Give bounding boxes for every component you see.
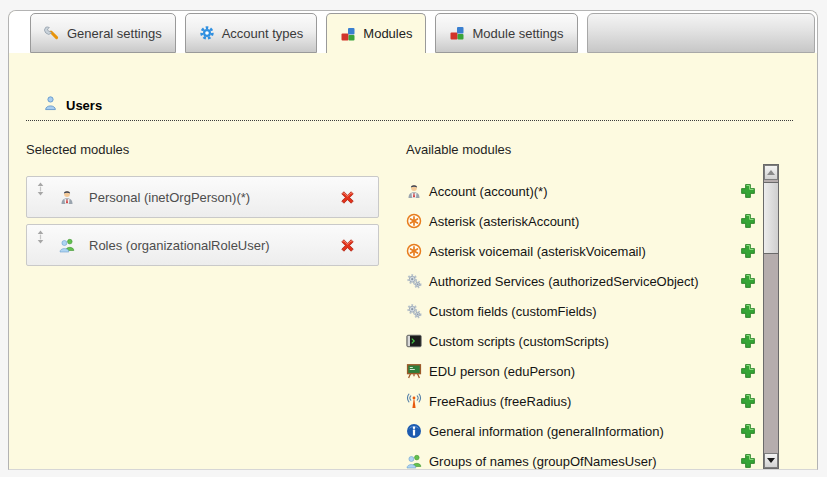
person-icon xyxy=(406,183,422,199)
wrench-icon xyxy=(44,25,60,41)
group-icon xyxy=(59,237,75,253)
drag-handle-icon[interactable] xyxy=(36,182,46,196)
scroll-down-button[interactable] xyxy=(764,453,778,468)
info-icon xyxy=(406,423,422,439)
available-modules-list: Account (account)(*)Asterisk (asteriskAc… xyxy=(406,176,756,476)
available-module-label: Asterisk voicemail (asteriskVoicemail) xyxy=(429,244,646,259)
available-module-row: Asterisk (asteriskAccount) xyxy=(406,206,756,236)
antenna-icon xyxy=(406,393,422,409)
users-section-header: Users xyxy=(26,95,793,121)
available-module-row: Authorized Services (authorizedServiceOb… xyxy=(406,266,756,296)
selected-modules-list: Personal (inetOrgPerson)(*)Roles (organi… xyxy=(26,176,379,266)
user-icon xyxy=(43,95,58,115)
selected-modules-column: Selected modules Personal (inetOrgPerson… xyxy=(26,142,379,476)
tab-label: Modules xyxy=(363,26,412,41)
tab-account-types[interactable]: Account types xyxy=(185,13,318,53)
tab-general-settings[interactable]: General settings xyxy=(30,13,176,53)
gears-icon xyxy=(406,273,422,289)
add-module-button[interactable] xyxy=(740,363,756,379)
available-module-label: General information (generalInformation) xyxy=(429,424,664,439)
tab-label: Account types xyxy=(222,26,304,41)
blocks-icon xyxy=(340,26,356,42)
available-module-row: Account (account)(*) xyxy=(406,176,756,206)
group-icon xyxy=(406,453,422,469)
available-module-label: FreeRadius (freeRadius) xyxy=(429,394,571,409)
section-title: Users xyxy=(66,98,102,113)
chalkboard-icon xyxy=(406,363,422,379)
add-module-button[interactable] xyxy=(740,183,756,199)
tab-bar-filler xyxy=(587,13,815,53)
available-module-row: Groups of names (groupOfNamesUser) xyxy=(406,446,756,476)
available-module-row: Custom scripts (customScripts) xyxy=(406,326,756,356)
available-module-label: EDU person (eduPerson) xyxy=(429,364,575,379)
available-modules-label: Available modules xyxy=(406,142,756,157)
selected-modules-label: Selected modules xyxy=(26,142,379,157)
blocks-icon xyxy=(449,25,465,41)
available-module-row: Asterisk voicemail (asteriskVoicemail) xyxy=(406,236,756,266)
available-module-label: Custom fields (customFields) xyxy=(429,304,597,319)
person-icon xyxy=(59,189,75,205)
add-module-button[interactable] xyxy=(740,333,756,349)
tab-label: General settings xyxy=(67,26,162,41)
modules-tab-content: Users Selected modules Personal (inetOrg… xyxy=(9,63,817,469)
asterisk-icon xyxy=(406,243,422,259)
available-module-label: Account (account)(*) xyxy=(429,184,548,199)
remove-module-button[interactable] xyxy=(339,189,356,206)
tab-modules[interactable]: Modules xyxy=(326,13,426,53)
available-module-label: Authorized Services (authorizedServiceOb… xyxy=(429,274,699,289)
remove-module-button[interactable] xyxy=(339,237,356,254)
available-module-row: General information (generalInformation) xyxy=(406,416,756,446)
drag-handle-icon[interactable] xyxy=(36,230,46,244)
available-module-label: Groups of names (groupOfNamesUser) xyxy=(429,454,657,469)
available-module-label: Custom scripts (customScripts) xyxy=(429,334,609,349)
gears-icon xyxy=(406,303,422,319)
available-module-row: FreeRadius (freeRadius) xyxy=(406,386,756,416)
add-module-button[interactable] xyxy=(740,303,756,319)
add-module-button[interactable] xyxy=(740,273,756,289)
add-module-button[interactable] xyxy=(740,453,756,469)
modules-columns: Selected modules Personal (inetOrgPerson… xyxy=(26,142,800,476)
config-panel: General settingsAccount typesModulesModu… xyxy=(8,10,818,470)
arrow-down-icon xyxy=(767,458,775,463)
scroll-track[interactable] xyxy=(764,180,778,453)
tab-bar: General settingsAccount typesModulesModu… xyxy=(9,11,817,53)
scroll-thumb[interactable] xyxy=(763,182,779,254)
tab-label: Module settings xyxy=(472,26,563,41)
add-module-button[interactable] xyxy=(740,243,756,259)
asterisk-icon xyxy=(406,213,422,229)
available-modules-column: Available modules Account (account)(*)As… xyxy=(406,142,756,476)
tab-module-settings[interactable]: Module settings xyxy=(435,13,577,53)
add-module-button[interactable] xyxy=(740,213,756,229)
arrow-up-icon xyxy=(767,170,775,175)
selected-module-row[interactable]: Personal (inetOrgPerson)(*) xyxy=(26,176,379,218)
terminal-icon xyxy=(406,333,422,349)
selected-module-label: Roles (organizationalRoleUser) xyxy=(89,238,270,253)
selected-module-label: Personal (inetOrgPerson)(*) xyxy=(89,190,250,205)
add-module-button[interactable] xyxy=(740,423,756,439)
scroll-up-button[interactable] xyxy=(764,165,778,180)
available-module-row: EDU person (eduPerson) xyxy=(406,356,756,386)
available-module-label: Asterisk (asteriskAccount) xyxy=(429,214,579,229)
selected-module-row[interactable]: Roles (organizationalRoleUser) xyxy=(26,224,379,266)
gear-blue-icon xyxy=(199,25,215,41)
available-modules-scrollbar[interactable] xyxy=(763,164,779,469)
add-module-button[interactable] xyxy=(740,393,756,409)
available-module-row: Custom fields (customFields) xyxy=(406,296,756,326)
